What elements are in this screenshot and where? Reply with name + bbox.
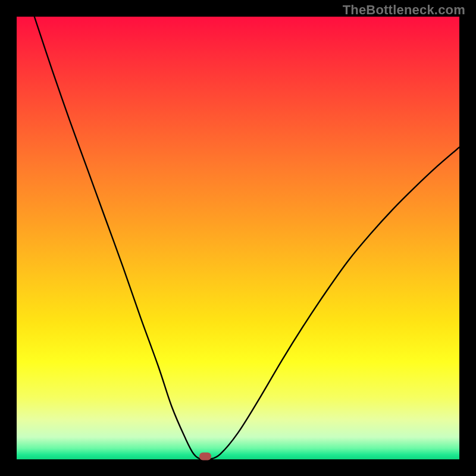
chart-frame: TheBottleneck.com (0, 0, 476, 476)
bottleneck-curve (35, 17, 459, 459)
valley-marker (199, 453, 211, 461)
watermark-text: TheBottleneck.com (343, 2, 465, 18)
curve-svg (17, 17, 459, 459)
